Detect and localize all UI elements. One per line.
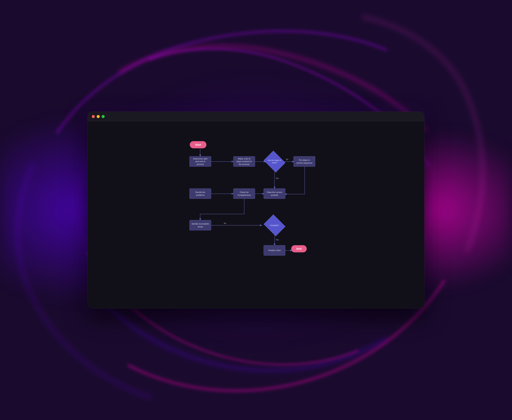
step6-label: Check for Completeness xyxy=(235,191,253,196)
diamond1-node: Are the steps in order? xyxy=(265,154,284,169)
flowchart: No Yes No Yes xyxy=(171,137,341,292)
traffic-light-red[interactable] xyxy=(92,115,95,118)
diamond2-node: Complete? xyxy=(265,218,284,233)
start-node: Start xyxy=(190,141,206,148)
svg-text:No: No xyxy=(224,222,226,224)
svg-text:Yes: Yes xyxy=(276,239,279,241)
traffic-light-green[interactable] xyxy=(102,115,105,118)
titlebar xyxy=(88,112,424,121)
app-window: No Yes No Yes xyxy=(88,112,424,308)
svg-text:No: No xyxy=(286,158,288,160)
step10-label: Finalize chart xyxy=(268,249,281,252)
diamond2-label: Complete? xyxy=(270,224,279,227)
start-label: Start xyxy=(190,141,206,148)
step4-label: Put steps in correct sequence xyxy=(295,159,313,164)
end-label: End xyxy=(291,245,307,252)
step5-label: Rectify the problems xyxy=(191,191,209,196)
step7-label: Draw the correct symbols xyxy=(266,191,283,196)
step6-node: Check for Completeness xyxy=(233,188,255,199)
step7-node: Draw the correct symbols xyxy=(264,188,285,199)
step5-node: Rectify the problems xyxy=(189,188,211,199)
step2-node: Make a list of steps involved in the pro… xyxy=(233,156,255,167)
svg-text:Yes: Yes xyxy=(276,177,279,179)
step2-label: Make a list of steps involved in the pro… xyxy=(235,158,253,165)
step1-node: Determine start and end of process xyxy=(189,156,211,167)
step8-node: Identify incomplete areas xyxy=(189,220,211,230)
step1-label: Determine start and end of process xyxy=(191,158,209,165)
end-node: End xyxy=(291,245,307,252)
diamond1-label: Are the steps in order? xyxy=(265,159,284,164)
step4-node: Put steps in correct sequence xyxy=(294,156,315,167)
step8-label: Identify incomplete areas xyxy=(191,223,209,228)
traffic-light-yellow[interactable] xyxy=(97,115,100,118)
window-content: No Yes No Yes xyxy=(88,121,424,308)
step10-node: Finalize chart xyxy=(264,245,285,255)
